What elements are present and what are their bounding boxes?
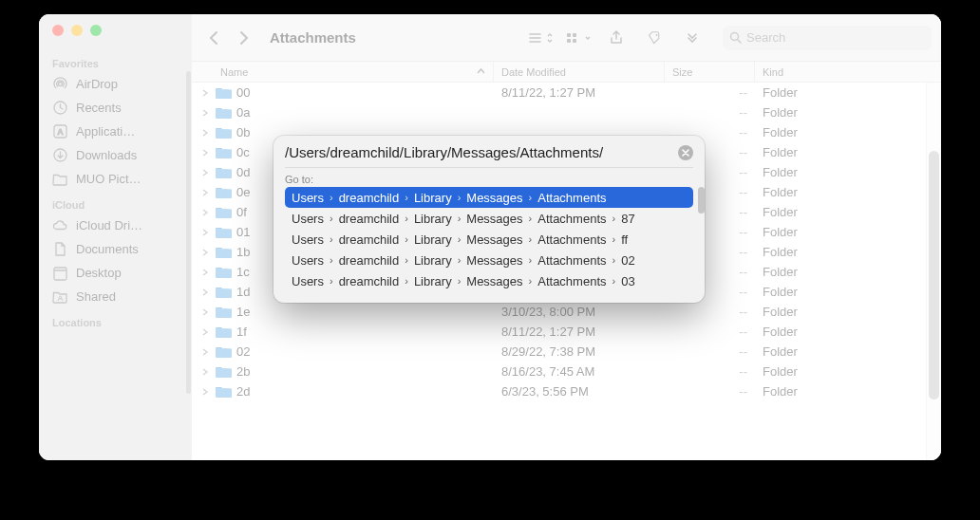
disclosure-triangle-icon[interactable]: [199, 88, 211, 98]
nav-forward-button[interactable]: [230, 26, 256, 50]
goto-suggestion[interactable]: Users›dreamchild›Library›Messages›Attach…: [285, 208, 693, 229]
chevron-right-icon: ›: [405, 192, 408, 203]
table-row[interactable]: 1f8/11/22, 1:27 PM--Folder: [192, 322, 941, 342]
svg-rect-5: [54, 268, 66, 280]
column-size[interactable]: Size: [665, 62, 755, 82]
disclosure-triangle-icon[interactable]: [199, 327, 211, 337]
path-segment: dreamchild: [339, 232, 400, 247]
disclosure-triangle-icon[interactable]: [199, 367, 211, 377]
file-name: 2d: [236, 384, 250, 399]
disclosure-triangle-icon[interactable]: [199, 188, 211, 197]
nav-back-button[interactable]: [201, 26, 228, 50]
disclosure-triangle-icon[interactable]: [199, 108, 211, 118]
view-grid-button[interactable]: [565, 31, 592, 45]
disclosure-triangle-icon[interactable]: [199, 307, 211, 317]
disclosure-triangle-icon[interactable]: [199, 288, 211, 297]
view-list-button[interactable]: [527, 31, 554, 45]
file-kind: Folder: [755, 85, 941, 100]
sidebar-item-label: iCloud Dri…: [76, 218, 142, 232]
path-segment: 02: [621, 253, 634, 268]
sidebar-scrollbar[interactable]: [186, 71, 191, 394]
sidebar-item[interactable]: Desktop: [39, 261, 192, 285]
file-name: 02: [236, 344, 250, 359]
chevron-down-icon: [584, 31, 592, 45]
sidebar-item[interactable]: MUO Pict…: [39, 167, 192, 191]
table-row[interactable]: 0a--Folder: [192, 102, 941, 122]
sidebar-item[interactable]: Shared: [39, 285, 192, 308]
shared-icon: [52, 288, 68, 305]
table-row[interactable]: 2b8/16/23, 7:45 AM--Folder: [192, 362, 941, 381]
goto-suggestion[interactable]: Users›dreamchild›Library›Messages›Attach…: [285, 270, 693, 291]
main-scrollbar-track[interactable]: [926, 83, 941, 460]
column-name[interactable]: Name: [192, 62, 494, 82]
column-date[interactable]: Date Modified: [494, 62, 665, 82]
clear-input-button[interactable]: [678, 145, 693, 160]
tags-button[interactable]: [641, 26, 668, 50]
disclosure-triangle-icon[interactable]: [199, 168, 211, 177]
path-segment: Messages: [466, 232, 522, 247]
disclosure-triangle-icon[interactable]: [199, 268, 211, 277]
disclosure-triangle-icon[interactable]: [199, 347, 211, 357]
toolbar-overflow-button[interactable]: [679, 26, 706, 50]
goto-path-input[interactable]: [285, 144, 672, 160]
file-kind: Folder: [755, 185, 941, 199]
sidebar-item[interactable]: iCloud Dri…: [39, 214, 192, 237]
path-segment: dreamchild: [339, 191, 400, 205]
sidebar-item[interactable]: AApplicati…: [39, 120, 192, 143]
disclosure-triangle-icon[interactable]: [199, 248, 211, 257]
path-segment: Library: [414, 232, 452, 247]
path-segment: Messages: [466, 274, 522, 288]
disclosure-triangle-icon[interactable]: [199, 128, 211, 138]
sidebar-item[interactable]: Downloads: [39, 143, 192, 167]
window-controls: [39, 25, 192, 49]
table-row[interactable]: 028/29/22, 7:38 PM--Folder: [192, 342, 941, 362]
goto-suggestion[interactable]: Users›dreamchild›Library›Messages›Attach…: [285, 187, 693, 208]
folder-icon: [215, 205, 233, 220]
disclosure-triangle-icon[interactable]: [199, 208, 211, 217]
path-segment: 87: [621, 212, 634, 226]
share-button[interactable]: [603, 26, 630, 50]
date-modified: 8/11/22, 1:27 PM: [494, 85, 665, 100]
chevron-right-icon: ›: [405, 233, 408, 245]
goto-suggestion[interactable]: Users›dreamchild›Library›Messages›Attach…: [285, 250, 693, 270]
file-size: --: [665, 384, 755, 399]
chevron-right-icon: ›: [458, 192, 462, 203]
path-segment: Library: [414, 191, 452, 205]
path-segment: Users: [292, 191, 324, 205]
sidebar-item[interactable]: Documents: [39, 237, 192, 261]
search-field[interactable]: Search: [723, 26, 932, 50]
disclosure-triangle-icon[interactable]: [199, 228, 211, 237]
path-segment: ff: [621, 232, 628, 247]
chevron-right-icon: ›: [405, 213, 408, 224]
goto-scrollbar[interactable]: [698, 187, 705, 214]
file-kind: Folder: [755, 125, 941, 139]
sidebar-item[interactable]: AirDrop: [39, 72, 192, 96]
date-modified: 8/16/23, 7:45 AM: [494, 364, 665, 379]
disclosure-triangle-icon[interactable]: [199, 148, 211, 158]
path-segment: dreamchild: [339, 253, 400, 268]
svg-point-16: [731, 33, 739, 41]
main-scrollbar-thumb[interactable]: [929, 151, 939, 399]
chevron-right-icon: ›: [458, 213, 462, 224]
table-row[interactable]: 1e3/10/23, 8:00 PM--Folder: [192, 302, 941, 322]
goto-suggestion[interactable]: Users›dreamchild›Library›Messages›Attach…: [285, 229, 693, 250]
search-placeholder: Search: [746, 30, 785, 45]
svg-rect-13: [567, 39, 571, 43]
table-row[interactable]: 008/11/22, 1:27 PM--Folder: [192, 83, 941, 102]
chevron-right-icon: ›: [330, 275, 333, 287]
file-kind: Folder: [755, 305, 941, 319]
path-segment: Library: [414, 274, 452, 288]
minimize-window-button[interactable]: [71, 25, 83, 36]
path-segment: Messages: [466, 212, 522, 226]
file-kind: Folder: [755, 265, 941, 279]
sidebar-group-title: Favorites: [39, 49, 192, 72]
column-kind[interactable]: Kind: [755, 62, 941, 82]
path-segment: 03: [621, 274, 634, 288]
goto-label: Go to:: [273, 168, 705, 187]
disclosure-triangle-icon[interactable]: [199, 387, 211, 397]
table-row[interactable]: 2d6/3/23, 5:56 PM--Folder: [192, 381, 941, 401]
close-window-button[interactable]: [52, 25, 64, 36]
date-modified: 3/10/23, 8:00 PM: [494, 305, 665, 319]
sidebar-item[interactable]: Recents: [39, 96, 192, 120]
fullscreen-window-button[interactable]: [90, 25, 102, 36]
